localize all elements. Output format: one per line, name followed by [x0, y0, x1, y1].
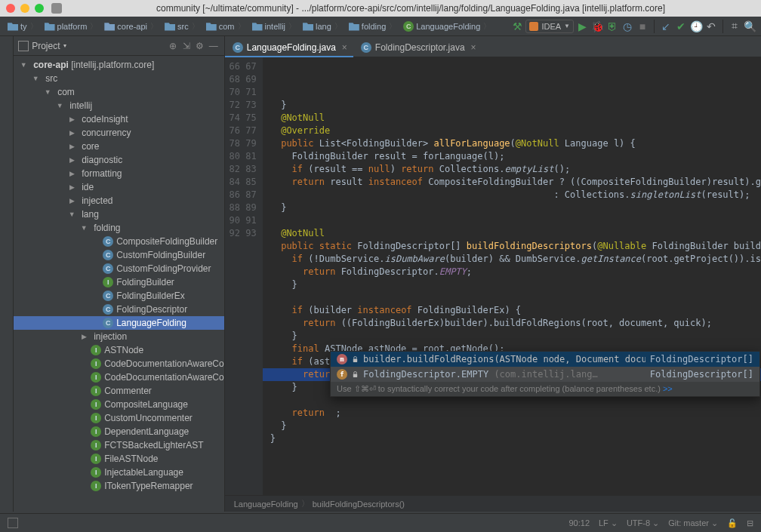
- collapse-all-icon[interactable]: ⇲: [180, 41, 193, 51]
- tree-node-injected[interactable]: ▶injected: [14, 194, 224, 208]
- breadcrumb-src[interactable]: src〉: [162, 20, 203, 32]
- tree-node-diagnostic[interactable]: ▶diagnostic: [14, 153, 224, 167]
- svg-rect-1: [353, 374, 357, 377]
- interface-icon: I: [91, 426, 101, 437]
- profile-icon[interactable]: ◷: [621, 20, 634, 33]
- project-view-selector[interactable]: Project ▾: [18, 41, 164, 51]
- tree-node-ide[interactable]: ▶ide: [14, 180, 224, 194]
- stop-icon[interactable]: ■: [636, 20, 649, 33]
- class-icon: C: [103, 318, 113, 328]
- vcs-history-icon[interactable]: 🕘: [689, 20, 703, 33]
- search-everywhere-icon[interactable]: 🔍: [743, 20, 756, 33]
- tree-node-formatting[interactable]: ▶formatting: [14, 167, 224, 180]
- close-tab-icon[interactable]: ×: [340, 42, 347, 53]
- status-panels-icon[interactable]: [8, 518, 18, 528]
- class-icon: C: [103, 291, 113, 301]
- lock-icon: [352, 371, 359, 378]
- run-icon[interactable]: ▶: [575, 20, 589, 33]
- tree-node-CustomFoldingBuilder[interactable]: CCustomFoldingBuilder: [14, 248, 224, 262]
- class-icon: C: [103, 250, 113, 260]
- interface-icon: I: [91, 358, 101, 369]
- tree-node-DependentLanguage[interactable]: IDependentLanguage: [14, 425, 224, 438]
- navigation-bar: ty〉platform〉core-api〉src〉com〉intellij〉la…: [0, 17, 761, 36]
- editor-tab-LanguageFolding.java[interactable]: CLanguageFolding.java×: [225, 38, 353, 57]
- tree-node-CodeDocumentationAwareCo[interactable]: ICodeDocumentationAwareCo: [14, 357, 224, 371]
- debug-icon[interactable]: 🐞: [590, 20, 604, 33]
- tree-node-Commenter[interactable]: ICommenter: [14, 384, 224, 398]
- vcs-revert-icon[interactable]: ↶: [704, 20, 718, 33]
- interface-icon: I: [91, 454, 101, 464]
- field-icon: f: [337, 369, 347, 380]
- tree-node-FileASTNode[interactable]: IFileASTNode: [14, 452, 224, 466]
- interface-icon: I: [91, 386, 101, 396]
- goto-line-icon[interactable]: ⊟: [747, 518, 753, 528]
- tree-node-FoldingBuilder[interactable]: IFoldingBuilder: [14, 275, 224, 289]
- project-tree[interactable]: ▼core-api [intellij.platform.core]▼src▼c…: [14, 56, 224, 512]
- folder-icon: [165, 22, 175, 31]
- code-completion-popup[interactable]: mbuilder.buildFoldRegions(ASTNode node, …: [330, 351, 760, 397]
- completion-item[interactable]: mbuilder.buildFoldRegions(ASTNode node, …: [331, 352, 759, 367]
- code-editor[interactable]: } @NotNull @Override public List<Folding…: [263, 57, 761, 495]
- tree-node-intellij[interactable]: ▼intellij: [14, 99, 224, 112]
- tree-node-injection[interactable]: ▶injection: [14, 330, 224, 343]
- tree-node-src[interactable]: ▼src: [14, 72, 224, 85]
- tree-node-concurrency[interactable]: ▶concurrency: [14, 126, 224, 140]
- breadcrumb-method[interactable]: buildFoldingDescriptors(): [313, 500, 405, 509]
- tree-node-CodeDocumentationAwareCo[interactable]: ICodeDocumentationAwareCo: [14, 371, 224, 384]
- scroll-from-source-icon[interactable]: ⊕: [167, 41, 179, 51]
- tree-node-CompositeLanguage[interactable]: ICompositeLanguage: [14, 398, 224, 411]
- close-window-button[interactable]: [6, 4, 15, 13]
- tree-node-LanguageFolding[interactable]: CLanguageFolding: [14, 316, 224, 330]
- editor-tab-FoldingDescriptor.java[interactable]: CFoldingDescriptor.java×: [353, 38, 482, 57]
- left-toolstrip[interactable]: [0, 36, 14, 512]
- breadcrumb-platform[interactable]: platform〉: [42, 20, 102, 32]
- breadcrumb-class[interactable]: LanguageFolding: [234, 500, 298, 509]
- editor-breadcrumb[interactable]: LanguageFolding 〉 buildFoldingDescriptor…: [225, 495, 761, 512]
- build-icon[interactable]: ⚒: [510, 20, 524, 33]
- folder-icon: [349, 22, 359, 31]
- tree-node-FCTSBackedLighterAST[interactable]: IFCTSBackedLighterAST: [14, 438, 224, 452]
- tree-node-CustomUncommenter[interactable]: ICustomUncommenter: [14, 411, 224, 425]
- tree-node-com[interactable]: ▼com: [14, 85, 224, 99]
- breadcrumb-com[interactable]: com〉: [203, 20, 249, 32]
- project-structure-icon[interactable]: ⌗: [728, 20, 741, 33]
- breadcrumb-folding[interactable]: folding〉: [346, 20, 400, 32]
- line-separator[interactable]: LF ⌄: [599, 518, 618, 528]
- hide-panel-icon[interactable]: —: [208, 41, 220, 51]
- git-branch[interactable]: Git: master ⌄: [668, 518, 718, 528]
- run-config-selector[interactable]: IDEA ▼: [525, 20, 574, 33]
- interface-icon: I: [103, 277, 113, 288]
- tree-node-ITokenTypeRemapper[interactable]: IITokenTypeRemapper: [14, 479, 224, 493]
- tree-node-codeInsight[interactable]: ▶codeInsight: [14, 112, 224, 126]
- tree-node-ASTNode[interactable]: IASTNode: [14, 343, 224, 357]
- tree-node-lang[interactable]: ▼lang: [14, 208, 224, 221]
- breadcrumb-LanguageFolding[interactable]: CLanguageFolding〉: [400, 20, 494, 32]
- breadcrumb-core-api[interactable]: core-api〉: [101, 20, 162, 32]
- tree-node-core[interactable]: ▶core: [14, 140, 224, 153]
- gutter[interactable]: 66 67 68 69 70 71 72 73 74 75 76 77 78 7…: [225, 57, 263, 495]
- breadcrumb-intellij[interactable]: intellij〉: [249, 20, 300, 32]
- close-tab-icon[interactable]: ×: [469, 42, 476, 53]
- tip-link[interactable]: >>: [663, 384, 673, 393]
- coverage-icon[interactable]: ⛨: [605, 20, 619, 33]
- tree-node-FoldingDescriptor[interactable]: CFoldingDescriptor: [14, 303, 224, 316]
- readonly-lock-icon[interactable]: 🔓: [727, 518, 738, 528]
- tree-node-CompositeFoldingBuilder[interactable]: CCompositeFoldingBuilder: [14, 235, 224, 248]
- breadcrumb-ty[interactable]: ty〉: [5, 20, 42, 32]
- tree-node-core-api[interactable]: ▼core-api [intellij.platform.core]: [14, 58, 224, 72]
- vcs-update-icon[interactable]: ↙: [659, 20, 673, 33]
- settings-gear-icon[interactable]: ⚙: [194, 41, 206, 51]
- breadcrumb-lang[interactable]: lang〉: [300, 20, 346, 32]
- tree-node-FoldingBuilderEx[interactable]: CFoldingBuilderEx: [14, 289, 224, 303]
- tree-node-CustomFoldingProvider[interactable]: CCustomFoldingProvider: [14, 262, 224, 275]
- completion-item[interactable]: fFoldingDescriptor.EMPTY (com.intellij.l…: [331, 367, 759, 382]
- file-encoding[interactable]: UTF-8 ⌄: [627, 518, 659, 528]
- vcs-commit-icon[interactable]: ✔: [674, 20, 688, 33]
- minimize-window-button[interactable]: [20, 4, 29, 13]
- tree-node-folding[interactable]: ▼folding: [14, 221, 224, 235]
- caret-position[interactable]: 90:12: [568, 518, 590, 527]
- tree-node-InjectableLanguage[interactable]: IInjectableLanguage: [14, 466, 224, 479]
- folder-icon: [303, 22, 313, 31]
- maximize-window-button[interactable]: [35, 4, 44, 13]
- class-icon: C: [103, 304, 113, 315]
